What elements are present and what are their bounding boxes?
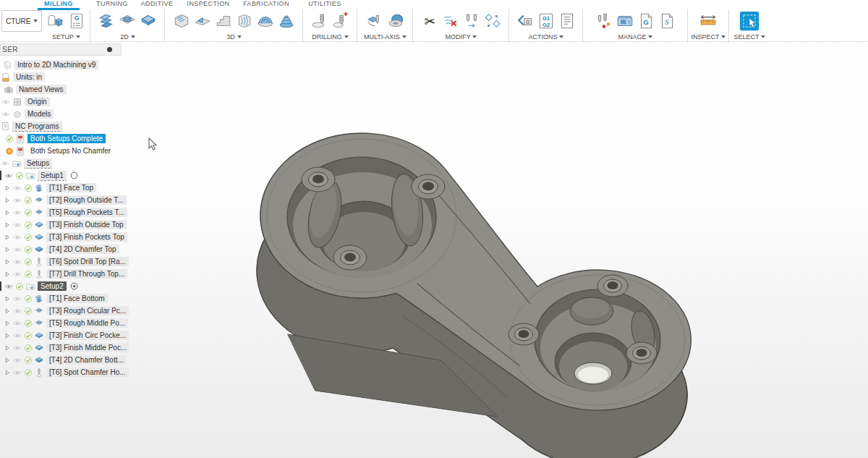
tree-item-label[interactable]: Units: in <box>13 72 45 82</box>
visibility-eye-icon[interactable] <box>12 232 22 242</box>
tree-item-label[interactable]: [T2] Rough Outside T... <box>46 195 127 205</box>
visibility-eye-icon[interactable] <box>4 281 14 292</box>
visibility-eye-icon[interactable] <box>12 257 22 267</box>
setup-icon[interactable] <box>46 12 65 30</box>
ribbon-group-dropdown[interactable]: 3D <box>226 33 242 41</box>
ribbon-group-dropdown[interactable]: MODIFY <box>445 33 477 41</box>
visibility-eye-icon[interactable] <box>12 294 22 304</box>
tree-item-label[interactable]: [T3] Finish Circ Pocke... <box>46 331 129 340</box>
tree-item-label[interactable]: Named Views <box>16 85 67 94</box>
steps3d-icon[interactable] <box>214 12 233 30</box>
spiral3d-icon[interactable] <box>277 12 296 30</box>
tab-utilities[interactable]: UTILITIES <box>305 0 344 9</box>
tree-item-label[interactable]: Both Setups No Chamfer <box>27 146 114 156</box>
ribbon-group-dropdown[interactable]: INSPECT <box>691 33 726 41</box>
face2d-icon[interactable] <box>97 12 116 30</box>
tab-turning[interactable]: TURNING <box>90 0 135 9</box>
ribbon-group-dropdown[interactable]: SELECT <box>733 33 765 41</box>
visibility-eye-icon[interactable] <box>12 208 22 218</box>
visibility-eye-icon[interactable] <box>12 269 22 279</box>
ribbon-group-dropdown[interactable]: MANAGE <box>618 33 652 41</box>
nc-program-icon[interactable]: G <box>67 12 86 30</box>
tool-change-icon[interactable] <box>462 12 481 30</box>
tree-item-label[interactable]: [T4] 2D Chamfer Bott... <box>46 355 127 365</box>
g1g2-icon[interactable]: G1G2 <box>537 12 556 30</box>
expand-arrow-icon[interactable] <box>4 234 11 241</box>
tree-item-label[interactable]: Origin <box>25 97 50 106</box>
setup-sheet-icon[interactable] <box>558 12 576 30</box>
tree-item-label[interactable]: Both Setups Complete <box>27 134 106 143</box>
gdoc-icon[interactable]: G <box>637 12 655 30</box>
tree-item-label[interactable]: [T3] Rough Cicular Pc... <box>46 306 129 315</box>
parallel3d-icon[interactable] <box>172 12 191 30</box>
tree-item-label[interactable]: Setup2 <box>38 281 67 291</box>
expand-arrow-icon[interactable] <box>4 332 11 339</box>
tree-item-label[interactable]: [T3] Finish Middle Poc... <box>46 343 129 352</box>
tree-item-label[interactable]: [T6] Spot Chamfer Ho... <box>46 368 129 377</box>
expand-arrow-icon[interactable] <box>4 344 11 352</box>
tab-inspection[interactable]: INSPECTION <box>185 0 231 9</box>
visibility-eye-icon[interactable] <box>0 158 10 169</box>
compare-radio-icon[interactable] <box>69 171 79 180</box>
visibility-eye-icon[interactable] <box>12 318 22 328</box>
tool-library-icon[interactable] <box>595 12 613 30</box>
visibility-eye-icon[interactable] <box>12 220 22 230</box>
visibility-eye-icon[interactable] <box>12 306 22 316</box>
tree-item-label[interactable]: [T4] 2D Chamfer Top <box>46 245 119 254</box>
tree-item-label[interactable]: [T7] Drill Through Top... <box>46 269 127 279</box>
delete-passes-icon[interactable] <box>441 12 460 30</box>
expand-arrow-icon[interactable] <box>4 258 11 266</box>
tab-milling[interactable]: MILLING <box>36 0 81 9</box>
expand-arrow-icon[interactable] <box>4 295 11 302</box>
sdoc-icon[interactable]: S <box>658 12 676 30</box>
contour2d-icon[interactable] <box>139 12 158 30</box>
workspace-switcher-button[interactable]: CTURE <box>1 10 42 32</box>
tree-item-label[interactable]: [T3] Finish Pockets Top <box>46 232 127 242</box>
tree-item-label[interactable]: Models <box>25 109 54 119</box>
multiaxis-contour-icon[interactable] <box>386 12 405 30</box>
expand-arrow-icon[interactable] <box>4 320 11 327</box>
part-model[interactable] <box>0 0 868 458</box>
trim-icon[interactable]: ✂ <box>420 12 439 30</box>
tab-additive[interactable]: ADDITIVE <box>137 0 176 9</box>
ribbon-group-dropdown[interactable]: SETUP <box>52 33 80 41</box>
visibility-eye-icon[interactable] <box>12 355 22 365</box>
visibility-eye-icon[interactable] <box>12 245 22 255</box>
tree-item-label[interactable]: [T1] Face Top <box>46 183 96 192</box>
viewport-canvas[interactable] <box>0 0 868 458</box>
machine-library-icon[interactable] <box>616 12 634 30</box>
morph3d-icon[interactable] <box>256 12 275 30</box>
deep-drill-icon[interactable] <box>331 12 350 30</box>
visibility-eye-icon[interactable] <box>1 97 11 107</box>
expand-arrow-icon[interactable] <box>4 246 11 253</box>
expand-arrow-icon[interactable] <box>4 357 11 364</box>
expand-arrow-icon[interactable] <box>4 308 11 315</box>
visibility-eye-icon[interactable] <box>4 171 14 181</box>
ribbon-group-dropdown[interactable]: DRILLING <box>312 33 349 41</box>
tree-item-label[interactable]: Setups <box>24 158 52 169</box>
ribbon-group-dropdown[interactable]: MULTI-AXIS <box>364 33 407 41</box>
drill-icon[interactable] <box>310 12 329 30</box>
tab-fabrication[interactable]: FABRICATION <box>242 0 291 9</box>
expand-arrow-icon[interactable] <box>4 271 11 278</box>
tree-item-label[interactable]: Intro to 2D Machining v9 <box>14 60 98 69</box>
visibility-eye-icon[interactable] <box>12 195 22 205</box>
expand-arrow-icon[interactable] <box>4 185 11 192</box>
tree-item-label[interactable]: NC Programs <box>12 122 62 132</box>
visibility-eye-icon[interactable] <box>1 109 11 119</box>
ribbon-group-dropdown[interactable]: 2D <box>120 33 135 41</box>
measure-icon[interactable] <box>699 12 718 30</box>
expand-arrow-icon[interactable] <box>4 209 11 216</box>
pattern-icon[interactable] <box>483 12 502 30</box>
tree-item-label[interactable]: [T6] Spot Drill Top [Ra... <box>46 257 129 266</box>
tree-item-label[interactable]: [T1] Face Bottom <box>46 294 108 303</box>
select-icon[interactable] <box>739 10 760 32</box>
tree-item-label[interactable]: [T3] Finish Outside Top <box>46 220 127 229</box>
visibility-eye-icon[interactable] <box>12 368 22 378</box>
expand-arrow-icon[interactable] <box>4 197 11 204</box>
expand-arrow-icon[interactable] <box>4 369 11 376</box>
visibility-eye-icon[interactable] <box>12 343 22 353</box>
ramp3d-icon[interactable] <box>193 12 212 30</box>
tree-item-label[interactable]: [T5] Rough Pockets T... <box>46 208 127 217</box>
rotary-icon[interactable] <box>365 12 384 30</box>
